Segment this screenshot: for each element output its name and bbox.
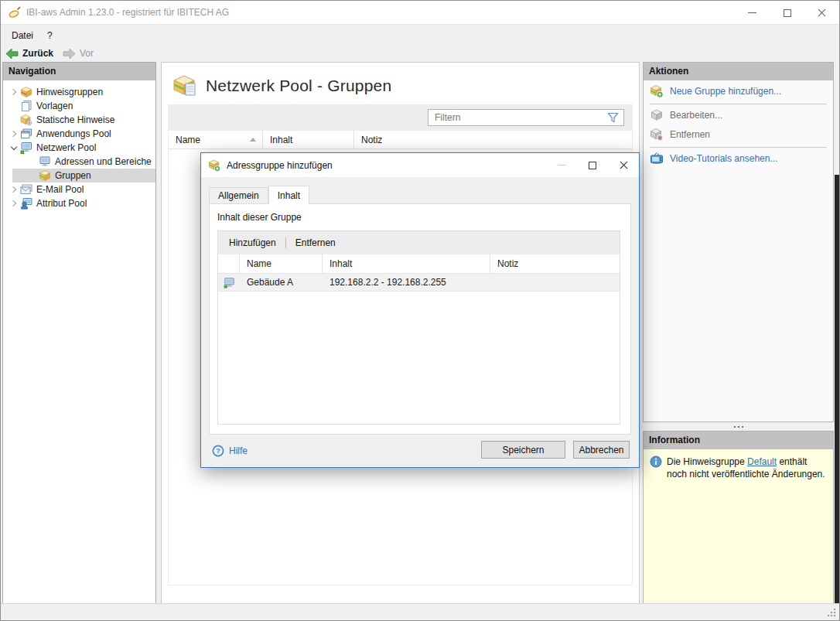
expand-chevron-icon[interactable] [7, 201, 20, 206]
app-window: IBI-aws Admin 1.23.0 - registriert für I… [0, 0, 840, 621]
dialog-close-button[interactable] [608, 153, 639, 177]
action-label: Neue Gruppe hinzufügen... [670, 86, 781, 97]
navigation-tree: Hinweisgruppen Vorlagen [3, 80, 155, 210]
sidebar-item-label: Anwendungs Pool [36, 128, 111, 139]
column-header-inhalt[interactable]: Inhalt [263, 131, 354, 148]
sidebar-item-statische-hinweise[interactable]: Statische Hinweise [3, 113, 155, 127]
status-bar [1, 603, 839, 620]
close-icon [620, 161, 628, 169]
column-header-name[interactable]: Name [169, 131, 263, 148]
sidebar-item-hinweisgruppen[interactable]: Hinweisgruppen [3, 85, 155, 99]
sidebar-item-label: E-Mail Pool [36, 184, 84, 195]
expand-chevron-icon[interactable] [7, 90, 20, 94]
sidebar-item-anwendungs-pool[interactable]: Anwendungs Pool [3, 127, 155, 141]
sidebar-item-email-pool[interactable]: E-Mail Pool [3, 183, 155, 196]
group-content-label: Inhalt dieser Gruppe [217, 212, 302, 223]
information-header: Information [644, 432, 833, 449]
dialog-table-header-row: Name Inhalt Notiz [218, 254, 620, 274]
action-new-group[interactable]: Neue Gruppe hinzufügen... [644, 83, 833, 100]
save-button[interactable]: Speichern [481, 441, 565, 459]
back-button[interactable]: Zurück [1, 45, 58, 62]
address-monitor-icon [39, 155, 51, 168]
tv-icon [650, 152, 664, 165]
window-titlebar: IBI-aws Admin 1.23.0 - registriert für I… [1, 1, 839, 25]
sidebar-item-netzwerk-pool[interactable]: Netzwerk Pool [3, 141, 155, 155]
sidebar-item-gruppen[interactable]: Gruppen [12, 169, 155, 183]
sidebar-item-label: Vorlagen [36, 101, 73, 111]
nav-toolbar: Zurück Vor [1, 45, 839, 62]
forward-arrow-icon [63, 48, 76, 60]
menu-help[interactable]: ? [40, 27, 60, 44]
back-label: Zurück [22, 48, 53, 59]
menu-datei[interactable]: Datei [5, 27, 40, 44]
info-icon [650, 456, 662, 468]
maximize-icon [589, 162, 596, 169]
sort-ascending-icon [250, 138, 256, 142]
filter-input[interactable] [429, 112, 607, 123]
filter-toolbar [168, 104, 633, 130]
static-notices-cube-gear-icon [20, 114, 32, 126]
minimize-button[interactable] [735, 1, 770, 25]
action-label: Bearbeiten... [670, 110, 722, 121]
forward-button[interactable]: Vor [58, 45, 98, 62]
menubar: Datei ? [1, 26, 839, 45]
background-window-edge [835, 175, 840, 605]
expand-chevron-icon[interactable] [7, 187, 20, 192]
cancel-button[interactable]: Abbrechen [573, 441, 630, 459]
close-button[interactable] [804, 1, 839, 25]
dialog-maximize-button[interactable] [577, 153, 608, 177]
cell-notiz [490, 274, 620, 291]
splitter-dots-icon [738, 426, 739, 428]
groups-cube-icon [39, 169, 51, 182]
action-remove[interactable]: Entfernen [644, 126, 833, 143]
action-label: Video-Tutorials ansehen... [670, 153, 777, 164]
column-header-icon [218, 254, 240, 273]
column-header-inhalt[interactable]: Inhalt [323, 254, 490, 273]
sidebar-item-label: Netzwerk Pool [36, 142, 96, 153]
info-text-before: Die Hinweisgruppe [667, 456, 747, 467]
sidebar-item-label: Statische Hinweise [36, 114, 114, 125]
window-title: IBI-aws Admin 1.23.0 - registriert für I… [26, 7, 229, 18]
collapse-chevron-icon[interactable] [7, 145, 20, 151]
dialog-table-toolbar: Hinzufügen Entfernen [218, 231, 620, 254]
table-header-row: Name Inhalt Notiz [169, 131, 632, 149]
sidebar-item-vorlagen[interactable]: Vorlagen [3, 99, 155, 113]
address-monitor-icon [224, 277, 235, 288]
table-row-gebaeude-a[interactable]: Gebäude A 192.168.2.2 - 192.168.2.255 [218, 274, 620, 292]
column-header-notiz[interactable]: Notiz [490, 254, 620, 273]
action-edit[interactable]: Bearbeiten... [644, 107, 833, 124]
maximize-button[interactable] [770, 1, 804, 25]
default-group-link[interactable]: Default [747, 456, 777, 467]
help-label: Hilfe [229, 445, 248, 456]
toolbar-separator [285, 237, 286, 248]
attribute-person-icon [20, 197, 32, 210]
templates-pages-icon [20, 100, 32, 112]
tab-inhalt[interactable]: Inhalt [268, 186, 309, 204]
minimize-icon [748, 12, 756, 13]
maximize-icon [784, 9, 791, 17]
filter-funnel-icon[interactable] [607, 112, 619, 123]
column-header-name[interactable]: Name [240, 254, 323, 273]
remove-entry-button[interactable]: Entfernen [294, 236, 337, 250]
dialog-minimize-button[interactable] [546, 153, 577, 177]
action-label: Entfernen [670, 129, 710, 140]
expand-chevron-icon[interactable] [7, 131, 20, 136]
sidebar-item-adressen-und-bereiche[interactable]: Adressen und Bereiche [3, 155, 155, 169]
tab-allgemein[interactable]: Allgemein [209, 187, 268, 203]
sidebar-item-label: Hinweisgruppen [36, 87, 103, 97]
add-group-cube-plus-icon [208, 159, 220, 172]
right-column: Aktionen Neue Gruppe hinzufügen... [643, 62, 834, 604]
remove-cube-x-icon [650, 128, 664, 142]
add-entry-button[interactable]: Hinzufügen [227, 236, 278, 250]
action-video-tutorials[interactable]: Video-Tutorials ansehen... [644, 150, 833, 167]
panel-splitter[interactable] [643, 422, 834, 431]
help-link[interactable]: ? Hilfe [212, 445, 248, 457]
page-title-cube-icon [173, 74, 198, 97]
separator [650, 104, 827, 104]
dialog-title: Adressgruppe hinzufügen [227, 160, 333, 171]
sidebar-item-attribut-pool[interactable]: Attribut Pool [3, 196, 155, 210]
information-panel: Information Die Hinweisgruppe Default en… [643, 431, 834, 604]
column-header-notiz[interactable]: Notiz [354, 131, 632, 148]
resize-grip-icon[interactable] [826, 607, 835, 616]
edit-cube-icon [650, 108, 664, 122]
